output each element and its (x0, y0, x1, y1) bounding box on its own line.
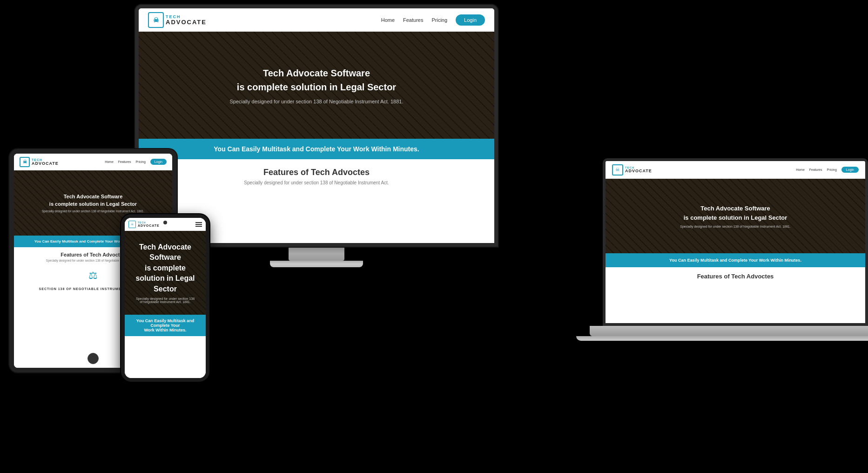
desktop-banner: You Can Easily Multitask and Complete Yo… (139, 139, 494, 159)
tablet-nav-home[interactable]: Home (105, 160, 114, 163)
laptop-nav-home[interactable]: Home (796, 168, 805, 171)
desktop-navbar: ☠ TECH ADVOCATE Home Features Pricing Lo… (139, 8, 494, 32)
laptop-base (576, 336, 868, 341)
logo-advocate-label: ADVOCATE (166, 19, 207, 25)
tablet-logo-text: TECH ADVOCATE (32, 158, 59, 166)
laptop-keyboard (590, 326, 868, 336)
laptop-hero: Tech Advocate Software is complete solut… (606, 179, 865, 253)
laptop-nav-links: Home Features Pricing Login (796, 167, 859, 173)
tablet-login-button[interactable]: Login (150, 159, 167, 165)
hero-headline: Tech Advocate Software is complete solut… (237, 66, 396, 94)
logo-text: TECH ADVOCATE (166, 15, 207, 25)
laptop-logo-icon: ☠ (612, 164, 623, 176)
phone-banner: You Can Easily Multitask and Complete Yo… (125, 315, 206, 336)
laptop-screen-frame: ☠ TECH ADVOCATE Home Features Pricing Lo… (603, 158, 868, 326)
nav-features[interactable]: Features (403, 17, 423, 23)
monitor-stand (289, 247, 344, 261)
features-subtext: Specially designed for under section 138… (147, 180, 486, 185)
gavel-icon: ⚖ (88, 270, 98, 282)
laptop-device: ☠ TECH ADVOCATE Home Features Pricing Lo… (603, 158, 868, 341)
desktop-logo: ☠ TECH ADVOCATE (148, 12, 207, 28)
laptop-navbar: ☠ TECH ADVOCATE Home Features Pricing Lo… (606, 161, 865, 179)
laptop-hero-headline: Tech Advocate Software is complete solut… (684, 204, 787, 222)
tablet-hero-headline: Tech Advocate Software is complete solut… (49, 193, 137, 208)
hero-subtext: Specially designed for under section 138… (229, 99, 403, 104)
laptop-login-button[interactable]: Login (841, 167, 859, 173)
laptop-website: ☠ TECH ADVOCATE Home Features Pricing Lo… (606, 161, 865, 323)
phone-advocate-label: ADVOCATE (138, 224, 160, 227)
nav-pricing[interactable]: Pricing (431, 17, 447, 23)
features-heading: Features of Tech Advoctes (147, 168, 486, 177)
tablet-home-button[interactable] (87, 353, 99, 364)
phone-hero-subtext: Specially designed for under section 138… (136, 297, 195, 304)
desktop-hero: Tech Advocate Software is complete solut… (139, 32, 494, 139)
tablet-logo: ☠ TECH ADVOCATE (20, 157, 59, 167)
phone-hero: Tech AdvocateSoftwareis completesolution… (125, 231, 206, 315)
laptop-screen: ☠ TECH ADVOCATE Home Features Pricing Lo… (606, 161, 865, 323)
nav-home[interactable]: Home (381, 17, 395, 23)
monitor-base (270, 261, 363, 267)
laptop-logo: ☠ TECH ADVOCATE (612, 164, 652, 176)
login-button[interactable]: Login (456, 14, 485, 26)
desktop-features: Features of Tech Advoctes Specially desi… (139, 159, 494, 194)
hamburger-menu-icon[interactable] (195, 222, 202, 227)
laptop-nav-pricing[interactable]: Pricing (827, 168, 836, 171)
phone-logo-icon: ☠ (128, 221, 136, 228)
phone-website: ☠ TECH ADVOCATE Tech AdvocateSoft (125, 218, 206, 378)
phone-navbar: ☠ TECH ADVOCATE (125, 218, 206, 231)
tablet-logo-icon: ☠ (20, 157, 30, 167)
laptop-banner: You Can Easily Multitask and Complete Yo… (606, 253, 865, 267)
laptop-advocate-label: ADVOCATE (625, 169, 652, 173)
logo-icon-box: ☠ (148, 12, 164, 28)
monitor-frame: ☠ TECH ADVOCATE Home Features Pricing Lo… (135, 5, 498, 247)
laptop-features-heading: Features of Tech Advoctes (611, 273, 860, 280)
desktop-nav-links: Home Features Pricing Login (381, 14, 485, 26)
phone-hero-headline: Tech AdvocateSoftwareis completesolution… (135, 242, 195, 294)
laptop-hero-subtext: Specially designed for under section 138… (680, 225, 790, 228)
tablet-navbar: ☠ TECH ADVOCATE Home Features Pricing Lo… (14, 154, 172, 170)
phone-logo-text: TECH ADVOCATE (138, 222, 160, 227)
tablet-nav-pricing[interactable]: Pricing (135, 160, 145, 163)
tablet-nav-links: Home Features Pricing Login (105, 159, 167, 165)
phone-camera (163, 221, 167, 224)
phone-frame: ☠ TECH ADVOCATE Tech AdvocateSoft (121, 214, 209, 382)
monitor-screen: ☠ TECH ADVOCATE Home Features Pricing Lo… (139, 8, 494, 243)
laptop-logo-text: TECH ADVOCATE (625, 166, 652, 173)
phone-device: ☠ TECH ADVOCATE Tech AdvocateSoft (121, 214, 209, 382)
phone-logo: ☠ TECH ADVOCATE (128, 221, 160, 228)
tablet-nav-features[interactable]: Features (118, 160, 131, 163)
desktop-website: ☠ TECH ADVOCATE Home Features Pricing Lo… (139, 8, 494, 243)
laptop-features: Features of Tech Advoctes (606, 267, 865, 287)
laptop-nav-features[interactable]: Features (809, 168, 822, 171)
phone-screen: ☠ TECH ADVOCATE Tech AdvocateSoft (125, 218, 206, 378)
tablet-hero-subtext: Specially designed for under section 138… (42, 209, 144, 213)
tablet-advocate-label: ADVOCATE (32, 162, 59, 166)
